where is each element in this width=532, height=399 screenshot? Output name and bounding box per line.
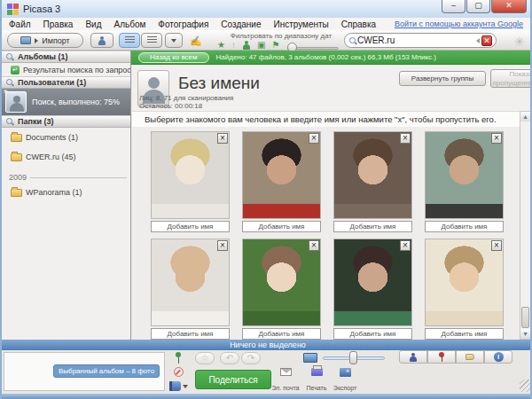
sidebar-item-cwer[interactable]: CWER.ru (45): [2, 147, 130, 167]
person-thumbnail-icon: *: [5, 91, 27, 113]
chevron-down-icon: [171, 39, 176, 43]
rotate-left-button[interactable]: ↶: [220, 352, 239, 364]
search-results-bar: Назад ко всем Найдено: 47 файлов, 3 альб…: [131, 51, 532, 65]
email-button[interactable]: Эл. почта: [270, 368, 301, 391]
skip-face-button[interactable]: ×: [217, 240, 228, 251]
face-photo-green-mask-woman[interactable]: ×: [333, 239, 412, 326]
info-icon: i: [494, 352, 504, 362]
skip-face-button[interactable]: ×: [491, 133, 502, 144]
add-name-input[interactable]: [333, 328, 412, 340]
add-name-input[interactable]: [425, 221, 504, 232]
folders-header-label: Папки (3): [18, 117, 53, 126]
skip-face-button[interactable]: ×: [217, 133, 228, 144]
zoom-slider-thumb[interactable]: [349, 351, 357, 364]
google-signin-link[interactable]: Войти с помощью аккаунта Google: [395, 20, 523, 28]
filter-geotag-icon[interactable]: ⚑: [271, 41, 279, 50]
scroll-up-icon[interactable]: ▲: [520, 112, 530, 121]
face-card: ×: [151, 131, 230, 232]
face-photo-blonde-short-hair[interactable]: ×: [151, 131, 230, 219]
star-photo-button[interactable]: ☆: [195, 352, 215, 364]
close-button[interactable]: ✕: [491, 0, 527, 13]
folder-label: Documents (1): [26, 133, 78, 142]
print-button[interactable]: Печать: [301, 368, 332, 391]
skip-face-button[interactable]: ×: [400, 133, 411, 144]
menu-file[interactable]: Файл: [9, 20, 31, 29]
import-button[interactable]: Импорт: [7, 33, 83, 48]
menu-create[interactable]: Создание: [221, 20, 261, 29]
rotate-right-button[interactable]: ↷: [241, 352, 261, 364]
clear-search-button[interactable]: ✕: [481, 35, 492, 46]
vertical-scrollbar[interactable]: ▲ ▼: [520, 111, 531, 340]
maximize-button[interactable]: ▢: [466, 0, 490, 13]
scroll-down-icon[interactable]: ▼: [520, 329, 530, 339]
menu-photo[interactable]: Фотография: [158, 20, 208, 29]
people-panel-button[interactable]: [399, 350, 427, 364]
photo-icon: [20, 36, 31, 44]
search-results-icon: ↵: [11, 66, 20, 74]
face-photo-profile-sunglasses[interactable]: ×: [425, 239, 504, 326]
sidebar-item-wpanorama[interactable]: WPanorama (1): [2, 183, 130, 202]
add-name-input[interactable]: [242, 328, 321, 340]
properties-panel-button[interactable]: i: [484, 350, 512, 364]
sidebar-item-unnamed-people[interactable]: * Поиск, выполнено: 75%: [2, 89, 130, 115]
face-photo-bearded-man[interactable]: ×: [425, 131, 504, 219]
search-input[interactable]: [357, 35, 476, 45]
filter-star-icon[interactable]: ★: [217, 41, 225, 50]
add-person-button[interactable]: [90, 33, 113, 48]
add-name-input[interactable]: [242, 221, 321, 232]
filter-photos-icon[interactable]: ▣: [257, 41, 265, 50]
faces-count-label: Лиц: 8, 71 для сканирования: [139, 94, 233, 102]
add-name-input[interactable]: [151, 328, 230, 340]
menu-album[interactable]: Альбом: [113, 20, 145, 29]
scrollbar-thumb[interactable]: [521, 307, 529, 328]
magnifier-icon: [5, 78, 14, 87]
share-button[interactable]: Поделиться: [195, 370, 271, 389]
face-photo-brunette-bangs[interactable]: ×: [333, 131, 412, 219]
skip-face-button[interactable]: ×: [309, 240, 319, 251]
albums-section-header[interactable]: Альбомы (1): [2, 51, 130, 63]
filter-upload-icon[interactable]: ↑: [231, 41, 236, 50]
view-options-dropdown[interactable]: [165, 33, 183, 48]
back-to-all-button[interactable]: Назад ко всем: [138, 52, 209, 63]
add-to-album-button[interactable]: [167, 381, 190, 391]
places-panel-button[interactable]: [427, 350, 456, 364]
menu-edit[interactable]: Правка: [43, 20, 74, 29]
year-separator: 2009: [2, 172, 130, 183]
window-frame-bottom: [2, 394, 532, 399]
menu-tools[interactable]: Инструменты: [273, 20, 328, 29]
skip-face-button[interactable]: ×: [400, 240, 411, 251]
tree-view-button[interactable]: [141, 33, 162, 48]
sidebar-item-search-results[interactable]: ↵ Результаты поиска по запросу "...: [2, 63, 130, 76]
skip-face-button[interactable]: ×: [491, 240, 502, 251]
face-photo-woman-foliage[interactable]: ×: [242, 239, 321, 326]
search-results-label: Результаты поиска по запросу "...: [23, 66, 130, 74]
folders-section-header[interactable]: Папки (3): [2, 115, 130, 128]
flat-view-button[interactable]: [119, 33, 140, 48]
face-card: ×: [333, 239, 412, 340]
face-photo-bald-man[interactable]: ×: [151, 239, 230, 326]
instruction-text: Выберите знакомого вам человека и введит…: [132, 111, 520, 127]
people-section-header[interactable]: Пользователи (1): [2, 76, 130, 89]
add-name-input[interactable]: [151, 221, 230, 232]
filter-faces-icon[interactable]: [242, 41, 251, 50]
resize-grip[interactable]: [520, 379, 532, 392]
add-name-input[interactable]: [425, 328, 504, 340]
clear-tray-icon[interactable]: [174, 367, 184, 377]
face-card: ×: [425, 131, 504, 232]
tags-panel-button[interactable]: [456, 350, 484, 364]
sidebar-item-documents[interactable]: Documents (1): [2, 128, 130, 147]
title-bar: Picasa 3 – ▢ ✕: [2, 0, 530, 18]
window-title: Picasa 3: [23, 4, 60, 14]
export-button[interactable]: Экспорт: [330, 368, 360, 391]
hold-tray-pin-icon[interactable]: [174, 352, 183, 364]
folder-label: WPanorama (1): [26, 188, 82, 197]
face-card: ×: [242, 239, 321, 340]
menu-help[interactable]: Справка: [341, 20, 376, 29]
expand-groups-button[interactable]: Развернуть группы: [399, 71, 486, 86]
add-name-input[interactable]: [333, 221, 412, 232]
menu-view[interactable]: Вид: [85, 20, 101, 29]
minimize-button[interactable]: –: [442, 0, 466, 13]
skip-face-button[interactable]: ×: [309, 133, 319, 144]
face-photo-dark-hair-red-dress[interactable]: ×: [242, 131, 321, 219]
photo-tray[interactable]: Выбранный альбом – 8 фото: [4, 352, 165, 391]
